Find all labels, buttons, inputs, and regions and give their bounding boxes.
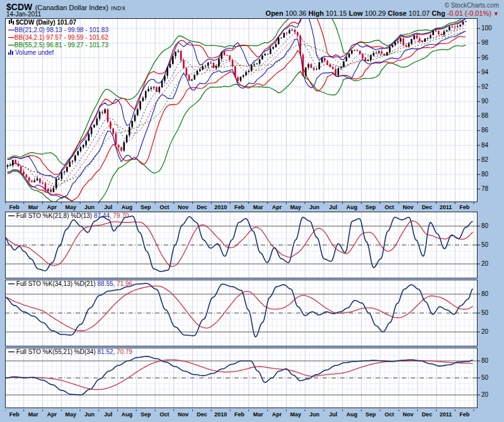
svg-text:Jun: Jun xyxy=(84,411,94,418)
open-value: 100.36 xyxy=(285,9,307,17)
stoch-34-13-k-value: 88.55, xyxy=(98,280,115,287)
stoch-21-8-label: Full STO %K(21,8) %D(13) xyxy=(16,212,92,219)
stoch-panel-55-21: 805020 — Full STO %K(55,21) %D(34) 81.52… xyxy=(5,348,503,408)
legend-bb21-row: —BB(21,2.0) 98.13 - 99.98 - 101.83 xyxy=(8,26,108,34)
svg-text:Mar: Mar xyxy=(253,411,264,418)
stoch-55-21-label: Full STO %K(55,21) %D(34) xyxy=(16,348,96,355)
stoch-panel-21-8: 805020 — Full STO %K(21,8) %D(13) 87.44,… xyxy=(5,212,503,278)
legend-bb55-row: —BB(55,2.5) 96.81 - 99.27 - 101.73 xyxy=(8,42,108,49)
svg-text:Nov: Nov xyxy=(178,411,188,418)
svg-text:Apr: Apr xyxy=(272,411,282,418)
svg-text:Feb: Feb xyxy=(9,204,20,210)
high-value: 101.15 xyxy=(326,9,347,17)
svg-text:50: 50 xyxy=(481,241,489,248)
svg-text:May: May xyxy=(65,411,76,418)
svg-text:Feb: Feb xyxy=(9,411,20,418)
svg-text:20: 20 xyxy=(481,391,489,398)
chg-label: Chg xyxy=(432,9,445,17)
legend-symbol-row: $CDW (Daily) 101.07 xyxy=(8,19,108,26)
low-value: 100.29 xyxy=(365,9,386,17)
legend-dash: — xyxy=(8,212,14,219)
svg-text:Jul: Jul xyxy=(104,411,112,418)
legend-bb34-row: —BB(34,2.1) 97.57 - 99.59 - 101.62 xyxy=(8,34,108,42)
open-label: Open xyxy=(266,9,284,17)
stoch-21-8-legend: — Full STO %K(21,8) %D(13) 87.44, 79.70 xyxy=(8,212,129,219)
stoch-21-8-canvas: 805020 xyxy=(5,212,503,278)
close-value: 101.07 xyxy=(409,9,430,17)
chart-date: 14-Jan-2011 xyxy=(6,11,41,18)
copyright-label: © StockCharts.com xyxy=(445,2,499,9)
svg-text:Sep: Sep xyxy=(140,411,151,418)
svg-text:Apr: Apr xyxy=(47,204,57,210)
svg-text:96: 96 xyxy=(481,54,489,61)
svg-text:100: 100 xyxy=(481,25,492,31)
chg-down-triangle-icon: ▼ xyxy=(493,11,499,17)
svg-text:2010: 2010 xyxy=(214,411,227,418)
svg-text:Aug: Aug xyxy=(346,204,358,210)
svg-text:Sep: Sep xyxy=(365,204,376,210)
svg-text:80: 80 xyxy=(481,171,489,178)
svg-text:Mar: Mar xyxy=(28,411,39,418)
svg-text:Mar: Mar xyxy=(253,204,264,210)
svg-text:84: 84 xyxy=(481,142,489,149)
month-axis-bottom-canvas: FebMarAprMayJunJulAugSepOctNovDec2010Feb… xyxy=(5,409,503,419)
svg-text:Oct: Oct xyxy=(159,411,169,418)
svg-text:80: 80 xyxy=(481,222,489,229)
svg-text:Aug: Aug xyxy=(346,411,358,418)
low-label: Low xyxy=(349,9,363,17)
svg-text:Nov: Nov xyxy=(403,411,413,418)
ticker-description: (Canadian Dollar Index) xyxy=(35,4,108,11)
svg-text:78: 78 xyxy=(481,185,489,192)
svg-text:Feb: Feb xyxy=(234,204,245,210)
chg-value: -0.01 (-0.01%) xyxy=(447,9,491,17)
svg-text:Feb: Feb xyxy=(459,204,470,210)
svg-text:Dec: Dec xyxy=(421,204,432,210)
month-axis-top-canvas: FebMarAprMayJunJulAugSepOctNovDec2010Feb… xyxy=(5,202,503,212)
svg-text:Oct: Oct xyxy=(159,204,169,210)
svg-text:Jun: Jun xyxy=(309,411,319,418)
svg-text:Sep: Sep xyxy=(365,411,376,418)
svg-text:May: May xyxy=(290,204,302,210)
close-label: Close xyxy=(388,9,407,17)
svg-text:Aug: Aug xyxy=(122,204,133,210)
stoch-55-21-k-value: 81.52, xyxy=(98,348,115,355)
svg-text:90: 90 xyxy=(481,98,489,105)
high-label: High xyxy=(308,9,323,17)
stockcharts-chart-page: $CDW (Canadian Dollar Index) INDX © Stoc… xyxy=(0,0,504,422)
candlestick-chart-icon xyxy=(8,19,14,25)
svg-text:92: 92 xyxy=(481,83,489,90)
month-axis-bottom: FebMarAprMayJunJulAugSepOctNovDec2010Feb… xyxy=(5,409,503,419)
svg-text:20: 20 xyxy=(481,260,489,267)
svg-text:Dec: Dec xyxy=(197,411,207,418)
svg-text:98: 98 xyxy=(481,39,489,46)
svg-text:Jul: Jul xyxy=(329,411,337,418)
stoch-34-13-label: Full STO %K(34,13) %D(21) xyxy=(16,280,96,287)
ticker-exchange: INDX xyxy=(111,5,126,11)
legend-bb55-text: BB(55,2.5) 96.81 - 99.27 - 101.73 xyxy=(14,42,108,48)
month-axis-top: FebMarAprMayJunJulAugSepOctNovDec2010Feb… xyxy=(5,202,503,212)
svg-text:Jul: Jul xyxy=(329,204,337,210)
svg-text:Feb: Feb xyxy=(459,411,470,418)
svg-text:88: 88 xyxy=(481,112,489,119)
svg-text:Oct: Oct xyxy=(385,411,394,418)
svg-text:80: 80 xyxy=(481,290,489,297)
svg-text:86: 86 xyxy=(481,127,489,134)
legend-volume-text: Volume undef xyxy=(15,49,54,56)
legend-bb34-text: BB(34,2.1) 97.57 - 99.59 - 101.62 xyxy=(14,34,108,41)
stoch-34-13-d-value: 71.96 xyxy=(117,280,132,287)
svg-text:Sep: Sep xyxy=(140,204,151,210)
quote-summary: Open 100.36 High 101.15 Low 100.29 Close… xyxy=(266,9,499,17)
svg-text:May: May xyxy=(290,411,302,418)
svg-text:Nov: Nov xyxy=(178,204,188,210)
stoch-34-13-legend: — Full STO %K(34,13) %D(21) 88.55, 71.96 xyxy=(8,280,132,287)
stoch-55-21-legend: — Full STO %K(55,21) %D(34) 81.52, 70.79 xyxy=(8,348,132,355)
svg-text:Jun: Jun xyxy=(84,204,94,210)
svg-text:Jul: Jul xyxy=(104,204,112,210)
svg-text:2011: 2011 xyxy=(440,411,452,418)
stoch-panel-34-13: 805020 — Full STO %K(34,13) %D(21) 88.55… xyxy=(5,280,503,346)
main-chart-legend: $CDW (Daily) 101.07 —BB(21,2.0) 98.13 - … xyxy=(8,19,108,57)
svg-text:80: 80 xyxy=(481,357,489,364)
stoch-21-8-d-value: 79.70 xyxy=(113,212,129,219)
svg-text:Oct: Oct xyxy=(385,204,394,210)
svg-text:Apr: Apr xyxy=(47,411,57,418)
